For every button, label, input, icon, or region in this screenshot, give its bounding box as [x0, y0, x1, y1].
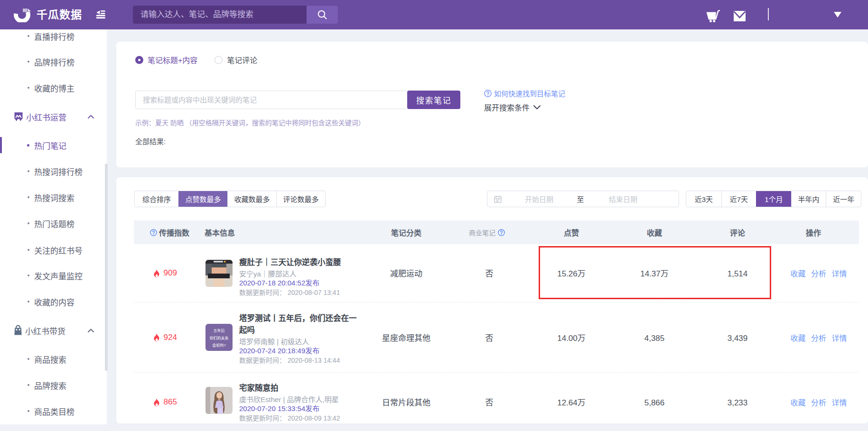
search-hint: 示例：夏天 防晒 （用空格隔开关键词，搜索的笔记中将同时包含这些关键词）: [135, 118, 365, 127]
sidebar-section-xhs-operation[interactable]: 小红书运营: [0, 108, 107, 125]
action-collect[interactable]: 收藏: [790, 269, 805, 279]
radio-note-comments[interactable]: [215, 56, 223, 64]
user-menu-caret-icon[interactable]: [834, 12, 841, 18]
col-note-category: 笔记分类: [380, 227, 433, 238]
sidebar-item-product-search[interactable]: 商品搜索: [0, 350, 107, 367]
annotation-red-box: [539, 246, 771, 299]
range-tab-7d[interactable]: 近7天: [721, 191, 756, 207]
comments-value: 3,439: [707, 303, 768, 372]
sidebar-collapse-icon[interactable]: [96, 10, 105, 19]
col-actions: 操作: [768, 227, 859, 238]
cart-icon[interactable]: [706, 10, 720, 22]
note-thumbnail[interactable]: 五年后 你们的关系 会如何?: [205, 324, 233, 351]
search-mode-radios: 笔记标题+内容 笔记评论: [135, 55, 257, 64]
bullet-icon: [28, 249, 29, 251]
note-thumbnail[interactable]: [205, 260, 233, 287]
range-tab-1y[interactable]: 近一年: [826, 191, 861, 207]
table-row: 924 五年后 你们的关系 会如何? 塔罗测试丨五年后，你们还会在一起吗 塔罗师…: [134, 303, 859, 373]
note-thumbnail[interactable]: [205, 387, 233, 414]
table-row: 865 宅家随意拍 虞书欣Esther | 品牌合作人,明星 2020-07-2…: [134, 373, 859, 423]
sort-tab-most-comments[interactable]: 评论数最多: [276, 191, 325, 207]
sort-tab-most-likes[interactable]: 点赞数最多: [178, 191, 227, 207]
chevron-up-icon: [88, 329, 94, 332]
sidebar-item-hot-words-search[interactable]: 热搜词搜索: [0, 189, 107, 206]
spread-index-cell: 865: [134, 373, 199, 423]
date-range-picker[interactable]: 开始日期 至 结束日期: [487, 191, 679, 207]
ribbon-icon: [14, 112, 23, 121]
action-collect[interactable]: 收藏: [790, 334, 805, 343]
note-author[interactable]: 塔罗师南鲸 | 初级达人: [239, 338, 364, 346]
flame-icon: [154, 398, 159, 406]
sidebar-item-post-volume-monitor[interactable]: 发文声量监控: [0, 267, 107, 284]
sidebar-item-followed-accounts[interactable]: 关注的红书号: [0, 241, 107, 258]
action-analyze[interactable]: 分析: [811, 269, 826, 279]
business-note-flag: 否: [435, 373, 543, 423]
col-likes: 点赞: [541, 227, 602, 238]
sidebar-item-favorite-content[interactable]: 收藏的内容: [0, 293, 107, 310]
action-analyze[interactable]: 分析: [811, 334, 826, 343]
sidebar-item-live-ranking[interactable]: 直播排行榜: [0, 28, 107, 45]
collects-value: 4,385: [602, 303, 707, 372]
spread-index-cell: 909: [134, 244, 199, 302]
range-tab-halfyear[interactable]: 半年内: [791, 191, 826, 207]
keyword-search-bar: 搜索笔记: [135, 91, 460, 109]
radio-note-title-content[interactable]: [135, 56, 143, 64]
calendar-icon: [494, 195, 502, 203]
search-notes-button[interactable]: 搜索笔记: [407, 91, 460, 109]
note-category: 星座命理其他: [380, 303, 433, 372]
sort-tab-comprehensive[interactable]: 综合排序: [135, 191, 178, 207]
sidebar-item-product-category-ranking[interactable]: 商品类目榜: [0, 403, 107, 420]
comments-value: 3,233: [707, 373, 768, 423]
note-title[interactable]: 塔罗测试丨五年后，你们还会在一起吗: [239, 312, 364, 336]
spread-index-value: 865: [164, 397, 177, 407]
action-detail[interactable]: 详情: [832, 269, 847, 279]
brand-logo-icon: [13, 4, 31, 22]
sort-tab-most-collects[interactable]: 收藏数最多: [227, 191, 276, 207]
sidebar: 直播排行榜 品牌排行榜 收藏的博主 小红书运营 热门笔记 热搜词排行榜 热搜词搜…: [0, 29, 107, 424]
bullet-icon: [28, 358, 29, 360]
help-link[interactable]: 如何快速找到目标笔记: [484, 88, 565, 98]
date-end-input[interactable]: 结束日期: [592, 194, 654, 204]
sidebar-item-brand-ranking[interactable]: 品牌排行榜: [0, 53, 107, 70]
action-analyze[interactable]: 分析: [811, 398, 826, 408]
sidebar-scrollbar-thumb[interactable]: [105, 164, 108, 371]
brand-title: 千瓜数据: [37, 0, 82, 29]
note-info: 瘦肚子｜三天让你逆袭小蛮腰 安宁ya｜腰部达人 2020-07-18 20:04…: [239, 257, 364, 297]
keyword-search-input[interactable]: [135, 91, 407, 109]
bullet-icon: [28, 35, 29, 37]
note-author[interactable]: 安宁ya｜腰部达人: [239, 270, 364, 278]
action-detail[interactable]: 详情: [832, 334, 847, 343]
radio-label-comments[interactable]: 笔记评论: [227, 54, 257, 65]
action-links: 收藏 分析 详情: [790, 269, 847, 279]
sidebar-item-favorite-bloggers[interactable]: 收藏的博主: [0, 79, 107, 96]
note-update-time: 数据更新时间： 2020-08-13 14:44: [239, 357, 364, 365]
topbar: 千瓜数据: [0, 0, 868, 29]
note-author[interactable]: 虞书欣Esther | 品牌合作人,明星: [239, 395, 364, 403]
sidebar-item-brand-search[interactable]: 品牌搜索: [0, 376, 107, 394]
topbar-search-button[interactable]: [307, 6, 338, 24]
radio-label-title-content[interactable]: 笔记标题+内容: [148, 54, 197, 65]
range-tab-1m[interactable]: 1个月: [756, 191, 791, 207]
note-title[interactable]: 宅家随意拍: [239, 382, 364, 394]
note-info: 宅家随意拍 虞书欣Esther | 品牌合作人,明星 2020-07-20 15…: [239, 382, 364, 422]
mail-icon[interactable]: [734, 11, 746, 21]
business-note-flag: 否: [435, 303, 543, 372]
sidebar-item-hot-words-ranking[interactable]: 热搜词排行榜: [0, 163, 107, 180]
note-update-time: 数据更新时间： 2020-08-09 13:42: [239, 414, 364, 422]
sidebar-item-hot-notes[interactable]: 热门笔记: [0, 137, 107, 154]
action-detail[interactable]: 详情: [832, 398, 847, 408]
action-collect[interactable]: 收藏: [790, 398, 805, 408]
note-category: 减肥运动: [380, 244, 433, 302]
expand-search-conditions[interactable]: 展开搜索条件: [484, 101, 541, 113]
question-circle-icon: [484, 90, 492, 97]
note-title[interactable]: 瘦肚子｜三天让你逆袭小蛮腰: [239, 257, 364, 268]
bullet-icon: [28, 275, 29, 276]
question-circle-icon[interactable]: [498, 229, 505, 236]
search-icon: [317, 9, 327, 20]
range-tab-3d[interactable]: 近3天: [686, 191, 721, 207]
topbar-search-input[interactable]: [133, 6, 307, 24]
question-circle-icon[interactable]: [150, 229, 157, 236]
date-start-input[interactable]: 开始日期: [508, 194, 570, 204]
sidebar-item-hot-topics[interactable]: 热门话题榜: [0, 215, 107, 232]
sidebar-section-xhs-commerce[interactable]: 小红书带货: [0, 322, 107, 339]
